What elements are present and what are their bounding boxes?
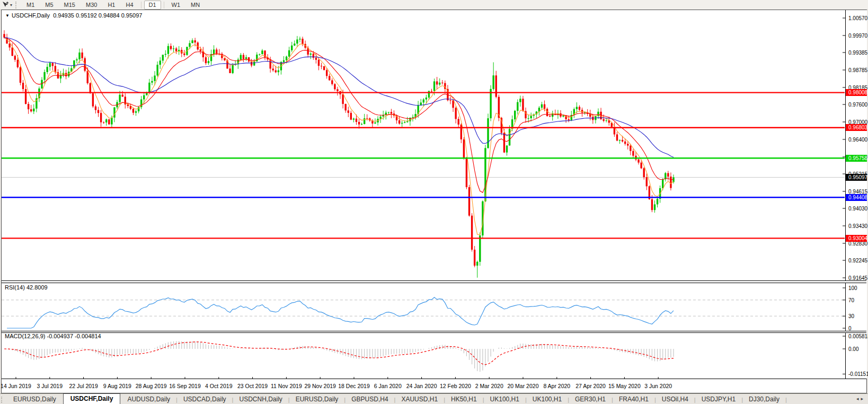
date-axis-tick: 16 Sep 2019 bbox=[169, 383, 201, 389]
chart-tabs: EURUSD,DailyUSDCHF,DailyAUDUSD,Daily|USD… bbox=[7, 393, 787, 404]
timeframe-button-m30[interactable]: M30 bbox=[81, 1, 102, 10]
date-axis-tick: 18 Dec 2019 bbox=[338, 383, 370, 389]
date-axis-tick: 11 Nov 2019 bbox=[271, 383, 302, 389]
chart-tab-usdchf-daily[interactable]: USDCHF,Daily bbox=[63, 393, 121, 404]
timeframe-buttons: M1M5M15M30H1H4D1W1MN bbox=[21, 1, 205, 10]
macd-indicator-label: MACD(12,26,9) -0.004937 -0.004814 bbox=[5, 333, 101, 339]
chart-tab-xauusd-h1[interactable]: XAUUSD,H1 bbox=[395, 394, 444, 404]
scroll-right-icon[interactable]: ▸ bbox=[861, 396, 865, 401]
chevron-down-icon[interactable]: ▾ bbox=[10, 3, 12, 7]
toolbar-drag-handle[interactable] bbox=[15, 2, 19, 8]
chart-tab-usdcad-daily[interactable]: USDCAD,Daily bbox=[178, 394, 232, 404]
timeframe-button-d1[interactable]: D1 bbox=[144, 1, 161, 10]
chart-title: ▼USDCHF,Daily 0.94935 0.95192 0.94884 0.… bbox=[5, 12, 142, 19]
date-axis-tick: 15 May 2020 bbox=[608, 383, 641, 389]
timeframe-button-m15[interactable]: M15 bbox=[59, 1, 80, 10]
chart-tab-eurusd-daily[interactable]: EURUSD,Daily bbox=[7, 394, 62, 404]
price-axis-tick: 0.98785 bbox=[848, 67, 867, 73]
chart-tab-uk100-h1[interactable]: UK100,H1 bbox=[484, 394, 525, 404]
date-axis-tick: 28 Aug 2019 bbox=[136, 383, 167, 389]
tabbar-drag-handle[interactable] bbox=[1, 397, 4, 403]
line-price-label: 0.94408 bbox=[846, 194, 867, 201]
chart-tab-hk50-h1[interactable]: HK50,H1 bbox=[445, 394, 483, 404]
tab-scroll-arrows[interactable]: ◂▸ bbox=[856, 396, 865, 401]
timeframe-button-h4[interactable]: H4 bbox=[121, 1, 138, 10]
tab-separator: | bbox=[785, 397, 787, 404]
price-axis-tick: 0.97600 bbox=[848, 102, 867, 108]
price-axis-tick: 0.94615 bbox=[848, 188, 867, 194]
chart-tab-dj30-daily[interactable]: DJ30,Daily bbox=[743, 394, 785, 404]
chart-tab-fra40-h1[interactable]: FRA40,H1 bbox=[613, 394, 654, 404]
price-axis-tick: 1.00570 bbox=[848, 15, 867, 21]
timeframe-button-w1[interactable]: W1 bbox=[167, 1, 185, 10]
price-axis-tick: 0.99970 bbox=[848, 32, 867, 38]
chart-tab-usdcnh-daily[interactable]: USDCNH,Daily bbox=[233, 394, 288, 404]
price-axis-tick: 0.96400 bbox=[848, 136, 867, 142]
price-axis-tick: 0.00 bbox=[848, 346, 858, 352]
price-axis-tick: 0.93430 bbox=[848, 223, 867, 229]
date-axis-tick: 12 Feb 2020 bbox=[440, 383, 471, 389]
price-axis-tick: 0.94030 bbox=[848, 206, 867, 212]
chart-symbol: USDCHF,Daily bbox=[12, 12, 50, 19]
chart-tab-gbpusd-h4[interactable]: GBPUSD,H4 bbox=[346, 394, 394, 404]
chart-dropdown-icon[interactable]: ▼ bbox=[5, 13, 10, 18]
toolbar-separator bbox=[141, 2, 141, 8]
chart-window: 1.005700.999700.993850.987850.981850.976… bbox=[1, 10, 867, 393]
cursor-tool-icon bbox=[2, 1, 9, 8]
price-axis-tick: 0.005818 bbox=[848, 333, 868, 339]
price-axis-tick: 70 bbox=[848, 297, 854, 303]
price-axis-tick: 0 bbox=[848, 326, 852, 331]
chart-canvas[interactable] bbox=[2, 10, 866, 393]
line-price-label: 0.93004 bbox=[846, 235, 867, 242]
chart-tab-uk100-h1[interactable]: UK100,H1 bbox=[527, 394, 568, 404]
price-axis-tick: 0.99385 bbox=[848, 50, 867, 56]
price-axis-tick: 0.91645 bbox=[848, 275, 867, 281]
chart-tab-ger30-h1[interactable]: GER30,H1 bbox=[569, 394, 612, 404]
chart-tab-usdjpy-h1[interactable]: USDJPY,H1 bbox=[696, 394, 741, 404]
line-price-label: 0.98008 bbox=[846, 89, 867, 96]
date-axis-tick: 6 Jan 2020 bbox=[374, 383, 402, 389]
panel-divider-main-rsi[interactable] bbox=[2, 280, 866, 283]
date-axis-tick: 2 Mar 2020 bbox=[475, 383, 503, 389]
price-axis-tick: 30 bbox=[848, 313, 854, 319]
chart-tab-usoil-h4[interactable]: USOil,H4 bbox=[656, 394, 694, 404]
chart-ohlc-values: 0.94935 0.95192 0.94884 0.95097 bbox=[53, 12, 142, 19]
date-axis-tick: 14 Jun 2019 bbox=[1, 383, 31, 389]
date-axis-tick: 3 Jun 2020 bbox=[644, 383, 672, 389]
line-price-label: 0.96803 bbox=[846, 124, 867, 131]
date-axis-tick: 9 Aug 2019 bbox=[103, 383, 131, 389]
price-axis-tick: -0.011514 bbox=[848, 371, 868, 377]
panel-divider-rsi-macd[interactable] bbox=[2, 331, 866, 333]
line-price-label: 0.95758 bbox=[846, 155, 867, 162]
price-axis[interactable]: 1.005700.999700.993850.987850.981850.976… bbox=[845, 10, 867, 379]
date-axis-tick: 4 Oct 2019 bbox=[205, 383, 232, 389]
panel-divider-macd-date bbox=[2, 379, 866, 379]
date-axis[interactable]: 14 Jun 20193 Jul 201922 Jul 20199 Aug 20… bbox=[2, 379, 866, 393]
cursor-tool-button[interactable]: ▾ bbox=[0, 1, 14, 9]
mt4-workspace: ▾ M1M5M15M30H1H4D1W1MN 1.005700.999700.9… bbox=[0, 0, 868, 404]
current-price-label: 0.95097 bbox=[846, 174, 867, 181]
date-axis-tick: 24 Jan 2020 bbox=[406, 383, 437, 389]
toolbar-separator bbox=[164, 2, 164, 8]
timeframe-button-m5[interactable]: M5 bbox=[40, 1, 58, 10]
price-axis-tick: 0.92245 bbox=[848, 258, 867, 264]
chart-tab-audusd-daily[interactable]: AUDUSD,Daily bbox=[121, 394, 176, 404]
date-axis-tick: 29 Nov 2019 bbox=[304, 383, 336, 389]
chart-tab-eurusd-daily[interactable]: EURUSD,Daily bbox=[290, 394, 344, 404]
date-axis-tick: 23 Oct 2019 bbox=[237, 383, 268, 389]
timeframe-button-h1[interactable]: H1 bbox=[103, 1, 120, 10]
rsi-indicator-label: RSI(14) 42.8009 bbox=[5, 284, 48, 291]
date-axis-tick: 20 Mar 2020 bbox=[508, 383, 539, 389]
price-axis-tick: 100 bbox=[848, 285, 857, 291]
date-axis-tick: 27 Apr 2020 bbox=[575, 383, 606, 389]
date-axis-tick: 22 Jul 2019 bbox=[69, 383, 98, 389]
timeframe-button-mn[interactable]: MN bbox=[186, 1, 205, 10]
timeframe-toolbar: ▾ M1M5M15M30H1H4D1W1MN bbox=[0, 0, 868, 10]
chart-tab-bar: EURUSD,DailyUSDCHF,DailyAUDUSD,Daily|USD… bbox=[0, 393, 868, 404]
date-axis-tick: 3 Jul 2019 bbox=[37, 383, 63, 389]
timeframe-button-m1[interactable]: M1 bbox=[22, 1, 39, 10]
date-axis-tick: 8 Apr 2020 bbox=[543, 383, 570, 389]
